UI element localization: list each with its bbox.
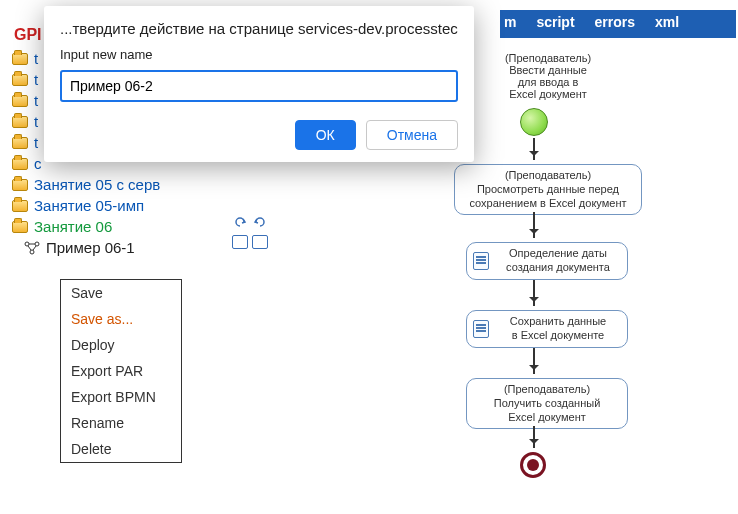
process-icon xyxy=(24,241,40,255)
ctx-export-par[interactable]: Export PAR xyxy=(61,358,181,384)
node-text: Определение даты xyxy=(495,247,621,261)
script-icon xyxy=(473,320,489,338)
node-text: Получить созданный xyxy=(473,397,621,411)
tab-script[interactable]: script xyxy=(526,10,584,38)
dialog-label: Input new name xyxy=(60,47,458,62)
ok-button[interactable]: ОК xyxy=(295,120,356,150)
list-icon[interactable] xyxy=(252,235,268,249)
tree-item-label: Занятие 05-имп xyxy=(34,197,144,214)
svg-point-0 xyxy=(25,242,29,246)
top-tabs: m script errors xml xyxy=(500,10,736,38)
role-label: (Преподаватель) xyxy=(461,169,635,183)
name-input[interactable] xyxy=(60,70,458,102)
ctx-deploy[interactable]: Deploy xyxy=(61,332,181,358)
folder-icon xyxy=(12,200,28,212)
role-label: (Преподаватель) xyxy=(478,52,618,64)
tree-item[interactable]: Занятие 05 с серв xyxy=(6,174,216,195)
folder-icon xyxy=(12,221,28,233)
folder-icon xyxy=(12,95,28,107)
folder-icon xyxy=(12,116,28,128)
cancel-button[interactable]: Отмена xyxy=(366,120,458,150)
flow-arrow xyxy=(533,212,535,238)
tab-xml[interactable]: xml xyxy=(645,10,689,38)
tree-item[interactable]: Занятие 05-имп xyxy=(6,195,216,216)
node-text: сохранением в Excel документ xyxy=(461,197,635,211)
node-review-data[interactable]: (Преподаватель) Просмотреть данные перед… xyxy=(454,164,642,215)
folder-icon xyxy=(12,137,28,149)
tree-item-label: c xyxy=(34,155,42,172)
node-text: Excel документ xyxy=(473,411,621,425)
node-text: Ввести данные xyxy=(478,64,618,76)
ctx-delete[interactable]: Delete xyxy=(61,436,181,462)
undo-icon[interactable] xyxy=(232,215,248,229)
ctx-export-bpmn[interactable]: Export BPMN xyxy=(61,384,181,410)
node-text: для ввода в xyxy=(478,76,618,88)
ctx-save[interactable]: Save xyxy=(61,280,181,306)
node-text: Excel документ xyxy=(478,88,618,100)
flow-arrow xyxy=(533,426,535,448)
script-icon xyxy=(473,252,489,270)
dialog-title: ...твердите действие на странице service… xyxy=(60,20,458,37)
node-get-document[interactable]: (Преподаватель) Получить созданный Excel… xyxy=(466,378,628,429)
node-text: Просмотреть данные перед xyxy=(461,183,635,197)
role-label: (Преподаватель) xyxy=(473,383,621,397)
node-text: в Excel документе xyxy=(495,329,621,343)
prompt-dialog: ...твердите действие на странице service… xyxy=(44,6,474,162)
folder-icon xyxy=(12,74,28,86)
start-event-icon[interactable] xyxy=(520,108,548,136)
node-input-data[interactable]: (Преподаватель) Ввести данные для ввода … xyxy=(478,52,618,100)
svg-point-1 xyxy=(35,242,39,246)
folder-icon xyxy=(12,158,28,170)
flow-arrow xyxy=(533,280,535,306)
tab-partial[interactable]: m xyxy=(500,10,526,38)
tree-item-label: t xyxy=(34,50,38,67)
node-text: Сохранить данные xyxy=(495,315,621,329)
tab-errors[interactable]: errors xyxy=(585,10,645,38)
tree-item-label: t xyxy=(34,134,38,151)
tree-item-label: Занятие 06 xyxy=(34,218,112,235)
flow-arrow xyxy=(533,138,535,160)
tree-item-current-folder[interactable]: Занятие 06 xyxy=(6,216,216,237)
tree-item-label: t xyxy=(34,71,38,88)
end-event-icon[interactable] xyxy=(520,452,546,478)
ctx-rename[interactable]: Rename xyxy=(61,410,181,436)
tree-item-label: t xyxy=(34,92,38,109)
node-text: создания документа xyxy=(495,261,621,275)
tree-item-label: t xyxy=(34,113,38,130)
ctx-save-as[interactable]: Save as... xyxy=(61,306,181,332)
tree-item-label: Занятие 05 с серв xyxy=(34,176,160,193)
folder-icon xyxy=(12,179,28,191)
dialog-buttons: ОК Отмена xyxy=(60,120,458,150)
editor-tools xyxy=(232,215,272,255)
flow-arrow xyxy=(533,348,535,374)
svg-point-2 xyxy=(30,250,34,254)
tree-item-process[interactable]: Пример 06-1 xyxy=(6,237,216,258)
tree-item-label: Пример 06-1 xyxy=(46,239,135,256)
node-define-date[interactable]: Определение даты создания документа xyxy=(466,242,628,280)
node-save-data[interactable]: Сохранить данные в Excel документе xyxy=(466,310,628,348)
grid-icon[interactable] xyxy=(232,235,248,249)
context-menu: Save Save as... Deploy Export PAR Export… xyxy=(60,279,182,463)
folder-icon xyxy=(12,53,28,65)
redo-icon[interactable] xyxy=(252,215,268,229)
